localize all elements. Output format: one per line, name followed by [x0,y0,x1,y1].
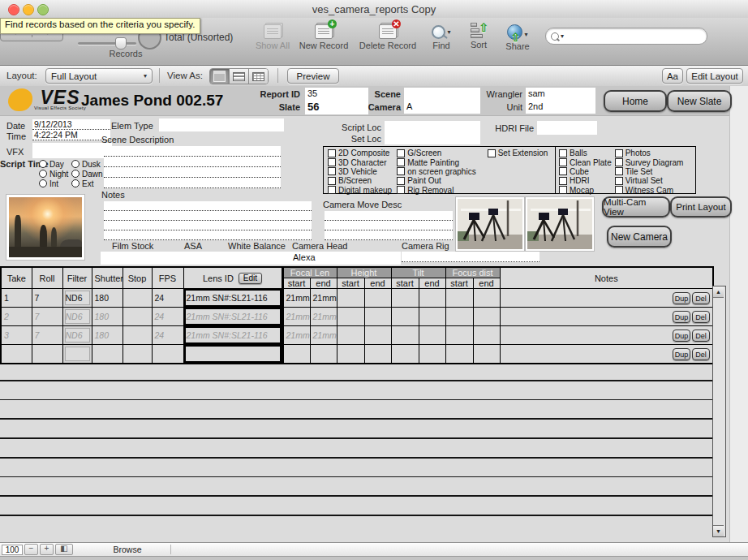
checkbox-box[interactable] [559,149,567,157]
checkbox-box[interactable] [328,167,336,175]
checkbox-box[interactable] [615,186,623,194]
slate-reference-photo[interactable] [6,195,84,260]
cell-fd_start[interactable] [445,326,473,345]
cell-filter[interactable]: ND6 [62,289,92,308]
checkbox-box[interactable] [397,177,405,185]
cell-shutter[interactable]: 180 [92,289,123,308]
cell-notes[interactable]: DupDel [500,308,713,326]
cell-notes[interactable]: DupDel [500,345,713,364]
cell-take[interactable]: 2 [1,308,32,326]
cell-t_start[interactable] [391,345,419,364]
cell-h_end[interactable] [364,345,391,364]
film-stock-field[interactable] [101,252,166,265]
checkbox-box[interactable] [397,167,405,175]
dup-row-button[interactable]: Dup [673,348,690,360]
vfx-field[interactable] [32,143,112,158]
camera-head-field[interactable]: Alexa [290,252,401,265]
time-field[interactable]: 4:22:24 PM [32,130,110,140]
cell-notes[interactable]: DupDel [500,289,713,308]
cell-fl_end[interactable]: 21mm [310,289,337,308]
checkbox-box[interactable] [397,186,405,194]
dup-row-button[interactable]: Dup [673,330,690,342]
cell-lens_id[interactable]: 21mm SN#:SL21-116 [183,289,282,308]
cell-roll[interactable] [32,345,62,364]
col-header-filter[interactable]: Filter [62,267,92,289]
radio-circle[interactable] [39,179,47,187]
cell-shutter[interactable]: 180 [92,308,123,326]
cell-take[interactable] [1,345,32,364]
cell-lens_id[interactable] [183,345,282,364]
preview-button[interactable]: Preview [287,68,339,84]
cell-t_end[interactable] [419,326,445,345]
cell-fps[interactable]: 24 [152,289,183,308]
checkbox-item-witness-cam[interactable]: Witness Cam [615,186,684,195]
cell-notes[interactable]: DupDel [500,326,713,345]
checkbox-box[interactable] [328,158,336,166]
checkbox-item-3d-vehicle[interactable]: 3D Vehicle [328,167,392,176]
col-header-take[interactable]: Take [1,267,32,289]
del-row-button[interactable]: Del [692,292,710,304]
checkbox-item-g-screen[interactable]: G/Screen [397,149,476,157]
elem-type-field[interactable] [159,118,284,131]
cell-t_end[interactable] [419,345,445,364]
status-toolbar-toggle-button[interactable]: ◧ [55,544,73,555]
cell-stop[interactable] [123,326,152,345]
cell-fl_start[interactable] [282,345,310,364]
cell-fl_end[interactable]: 21mm [310,308,337,326]
cell-fd_start[interactable] [445,289,473,308]
camera-photo-1[interactable] [456,197,524,251]
checkbox-item-balls[interactable]: Balls [559,149,612,157]
new-slate-button[interactable]: New Slate [667,90,732,112]
cell-filter[interactable]: ND6 [62,308,92,326]
cell-fd_end[interactable] [473,308,500,326]
asa-field[interactable] [162,252,230,265]
cell-fd_end[interactable] [473,326,500,345]
cell-fl_start[interactable]: 21mm [282,308,310,326]
checkbox-box[interactable] [397,149,405,157]
form-view-button[interactable] [210,69,230,84]
checkbox-item-survey-diagram[interactable]: Survey Diagram [615,157,684,166]
del-row-button[interactable]: Del [692,330,710,342]
del-row-button[interactable]: Del [692,348,710,360]
white-balance-field[interactable] [229,252,290,265]
checkbox-item-paint-out[interactable]: Paint Out [397,176,476,185]
camera-rig-field[interactable] [402,252,540,262]
hdri-file-field[interactable] [537,121,597,135]
share-dropdown-icon[interactable]: ▾ [524,31,527,38]
checkbox-item-digital-makeup[interactable]: Digital makeup [328,186,392,195]
takes-scrollbar[interactable]: ▲ ▼ [712,286,726,537]
checkbox-box[interactable] [615,167,623,175]
camera-photo-2[interactable] [526,197,594,251]
edit-layout-button[interactable]: Edit Layout [686,68,743,84]
col-header-fps[interactable]: FPS [152,267,183,289]
checkbox-box[interactable] [488,149,496,157]
checkbox-item-cube[interactable]: Cube [559,167,612,176]
checkbox-item-b-screen[interactable]: B/Screen [328,176,392,185]
col-header-shutter[interactable]: Shutter [92,267,123,289]
checkbox-item-matte-painting[interactable]: Matte Painting [397,157,476,166]
cell-fd_end[interactable] [473,289,500,308]
checkbox-item-on-screen-graphics[interactable]: on screen graphics [397,167,476,176]
cell-stop[interactable] [123,345,152,364]
checkbox-item-2d-composite[interactable]: 2D Composite [328,149,392,157]
cell-stop[interactable] [123,308,152,326]
checkbox-box[interactable] [328,186,336,194]
dup-row-button[interactable]: Dup [673,311,690,323]
radio-item-ext[interactable]: Ext [71,179,103,188]
cell-fps[interactable]: 24 [152,326,183,345]
cell-lens_id[interactable]: 21mm SN#:SL21-116 [183,326,282,345]
radio-circle[interactable] [71,179,80,187]
notes-field[interactable] [104,201,312,240]
checkbox-box[interactable] [397,158,405,166]
edit-lens-button[interactable]: Edit [239,273,262,284]
scene-field[interactable] [404,88,480,101]
checkbox-item-3d-character[interactable]: 3D Character [328,157,392,166]
sort-button[interactable]: ⇧ Sort [464,24,493,50]
table-view-button[interactable] [249,69,268,84]
dup-row-button[interactable]: Dup [673,292,690,304]
multi-cam-view-button[interactable]: Multi-Cam View [602,196,670,218]
checkbox-box[interactable] [615,149,623,157]
radio-item-day[interactable]: Day [39,159,68,169]
col-header-roll[interactable]: Roll [32,267,62,289]
radio-item-dawn[interactable]: Dawn [71,169,103,179]
